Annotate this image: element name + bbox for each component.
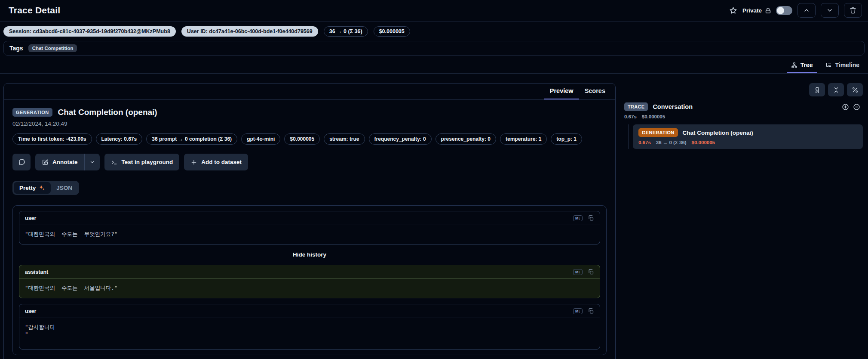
lock-icon (764, 7, 772, 14)
generation-type-badge: GENERATION (12, 108, 52, 117)
format-pretty-option[interactable]: Pretty (14, 182, 51, 194)
trace-type-badge: TRACE (624, 102, 648, 111)
tags-label: Tags (9, 45, 23, 52)
public-toggle[interactable] (776, 6, 792, 15)
tab-tree-label: Tree (801, 62, 813, 68)
generation-item-title: Chat Completion (openai) (683, 130, 753, 136)
format-json-option[interactable]: JSON (51, 182, 78, 194)
annotate-dropdown-button[interactable] (84, 154, 100, 170)
copy-icon[interactable] (588, 269, 594, 275)
message-header: assistant M↓ (19, 265, 600, 279)
tree-toolbar (620, 83, 863, 96)
timeline-icon (825, 62, 832, 68)
trace-latency: 0.67s (624, 114, 637, 119)
annotate-label: Annotate (52, 159, 78, 165)
percent-metrics-button[interactable] (847, 83, 863, 96)
metric-presence-penalty: presence_penalty: 0 (436, 133, 496, 145)
message-user-1: user M↓ "대한민국의 수도는 무엇인가요?" (19, 211, 600, 244)
next-trace-button[interactable] (821, 3, 839, 18)
collapse-all-button[interactable] (828, 83, 844, 96)
trace-metrics: 0.67s $0.000005 (620, 114, 863, 119)
toggle-knob (777, 7, 784, 14)
action-buttons-row: Annotate Test in playground Add to datas… (12, 154, 607, 170)
test-in-playground-label: Test in playground (122, 159, 173, 165)
previous-trace-button[interactable] (797, 3, 816, 18)
message-tools: M↓ (573, 308, 594, 314)
message-role: user (25, 308, 36, 314)
observation-preview-card: Preview Scores GENERATION Chat Completio… (3, 83, 616, 359)
user-id-badge[interactable]: User ID: dc47a41e-06bc-400d-bde1-f0e440d… (181, 26, 318, 37)
award-scores-button[interactable] (809, 83, 825, 96)
metric-frequency-penalty: frequency_penalty: 0 (369, 133, 432, 145)
generation-badge: GENERATION (638, 128, 678, 137)
message-assistant: assistant M↓ "대한민국의 수도는 서울입니다." (19, 265, 600, 298)
test-in-playground-button[interactable]: Test in playground (104, 154, 180, 170)
header-actions: Private (729, 3, 862, 18)
trace-title: Conversation (653, 103, 693, 110)
tags-box: Tags Chat Competition (3, 41, 865, 56)
generation-item-metrics: 0.67s 36 → 0 (Σ 36) $0.000005 (638, 140, 857, 145)
message-tools: M↓ (573, 269, 594, 275)
metric-top-p: top_p: 1 (551, 133, 582, 145)
observation-timestamp: 02/12/2024, 14:20:49 (12, 121, 607, 127)
trace-cost: $0.000005 (642, 114, 665, 119)
expand-node-icon[interactable] (842, 103, 849, 111)
tab-scores[interactable]: Scores (579, 84, 611, 99)
message-content: "감사합니다 " (19, 318, 600, 349)
add-to-dataset-label: Add to dataset (201, 159, 242, 165)
annotate-split-button: Annotate (35, 154, 100, 170)
message-role: user (25, 215, 36, 221)
token-usage-badge: 36 → 0 (Σ 36) (324, 26, 368, 37)
markdown-toggle-icon[interactable]: M↓ (573, 215, 583, 221)
delete-trace-button[interactable] (844, 3, 862, 18)
observation-title: Chat Completion (openai) (58, 108, 157, 117)
markdown-toggle-icon[interactable]: M↓ (573, 269, 583, 275)
metric-stream: stream: true (324, 133, 365, 145)
tree-icon (791, 62, 797, 68)
add-to-dataset-button[interactable]: Add to dataset (184, 154, 248, 170)
markdown-toggle-icon[interactable]: M↓ (573, 308, 583, 314)
metric-cost: $0.000005 (284, 133, 320, 145)
metric-model[interactable]: gpt-4o-mini (241, 133, 280, 145)
message-role: assistant (25, 269, 48, 275)
page-title: Trace Detail (9, 5, 60, 15)
message-content: "대한민국의 수도는 서울입니다." (19, 279, 600, 298)
visibility-control: Private (742, 6, 792, 15)
observation-metrics: Time to first token: -423.00s Latency: 0… (12, 133, 593, 145)
tab-tree[interactable]: Tree (787, 59, 817, 73)
generation-cost: $0.000005 (692, 140, 715, 145)
collapse-node-icon[interactable] (853, 103, 860, 111)
copy-icon[interactable] (588, 308, 594, 314)
sparkles-icon (39, 185, 45, 191)
message-user-2: user M↓ "감사합니다 " (19, 304, 600, 350)
hide-history-button[interactable]: Hide history (19, 250, 600, 259)
pretty-label: Pretty (19, 185, 36, 191)
preview-scores-tabs: Preview Scores (4, 84, 615, 100)
tab-timeline[interactable]: Timeline (821, 59, 864, 73)
generation-latency: 0.67s (638, 140, 651, 145)
tag-chat-competition[interactable]: Chat Competition (28, 44, 77, 52)
generation-tree-item[interactable]: GENERATION Chat Completion (openai) 0.67… (633, 124, 863, 149)
trace-tree-sidebar: TRACE Conversation 0.67s $0.000005 GENER… (620, 83, 865, 149)
tree-children: GENERATION Chat Completion (openai) 0.67… (629, 124, 863, 149)
top-bar: Trace Detail Private (0, 0, 868, 22)
tab-preview[interactable]: Preview (544, 84, 579, 99)
messages-container: user M↓ "대한민국의 수도는 무엇인가요?" Hide history (12, 205, 607, 355)
metric-temperature: temperature: 1 (500, 133, 547, 145)
generation-tokens: 36 → 0 (Σ 36) (656, 140, 687, 145)
generation-item-header: GENERATION Chat Completion (openai) (638, 128, 857, 137)
visibility-label: Private (742, 7, 762, 14)
view-tabs: Tree Timeline (0, 59, 868, 74)
message-tools: M↓ (573, 215, 594, 221)
trace-root-node[interactable]: TRACE Conversation (620, 102, 863, 111)
message-header: user M↓ (19, 211, 600, 225)
annotate-button[interactable]: Annotate (35, 154, 84, 170)
metric-token-usage: 36 prompt → 0 completion (Σ 36) (146, 133, 237, 145)
trace-meta-row: Session: cd3abcd6-c81c-4037-935d-19d9f27… (0, 22, 868, 41)
copy-icon[interactable] (588, 215, 594, 221)
observation-header: GENERATION Chat Completion (openai) (12, 108, 607, 117)
comments-button[interactable] (12, 154, 31, 170)
session-badge[interactable]: Session: cd3abcd6-c81c-4037-935d-19d9f27… (3, 26, 176, 37)
bookmark-star-icon[interactable] (729, 6, 737, 15)
tab-timeline-label: Timeline (835, 62, 859, 68)
